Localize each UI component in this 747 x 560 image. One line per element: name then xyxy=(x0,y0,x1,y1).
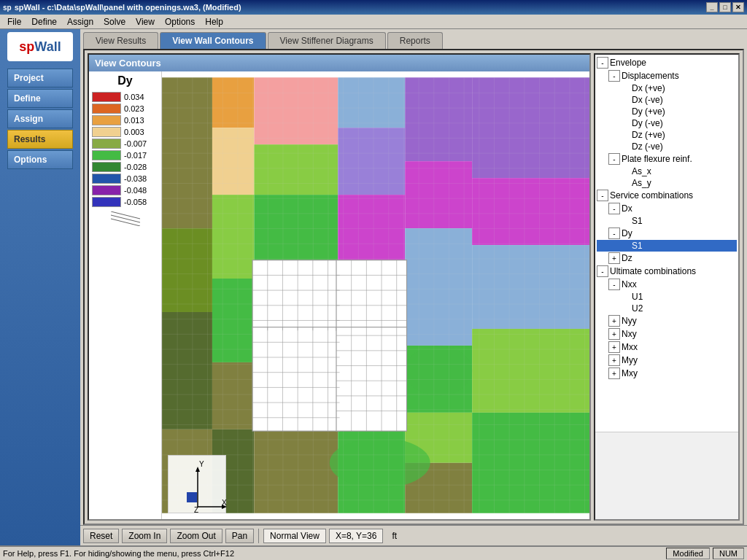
legend-color-swatch xyxy=(92,185,121,195)
tree-item-mxy[interactable]: + Mxy xyxy=(597,367,737,380)
contour-section: View Contours Dy 0.034 0.023 0.013 0.003 xyxy=(88,53,591,521)
svg-rect-93 xyxy=(187,492,197,502)
statusbar-help-text: For Help, press F1. For hiding/showing t… xyxy=(3,549,663,558)
tree-item-dz[interactable]: + Dz xyxy=(597,252,737,265)
zoom-in-button[interactable]: Zoom In xyxy=(122,529,167,543)
tree-item-label: U1 xyxy=(632,292,643,302)
sidebar-item-assign[interactable]: Assign xyxy=(7,109,73,128)
menu-file[interactable]: File xyxy=(3,15,26,28)
tree-expander[interactable]: - xyxy=(608,70,620,82)
tree-item-dy-neg[interactable]: Dy (-ve) xyxy=(597,117,737,129)
tab-view-stiffener-diagrams[interactable]: View Stiffener Diagrams xyxy=(268,32,386,49)
tree-expander[interactable]: + xyxy=(608,368,620,379)
tab-reports[interactable]: Reports xyxy=(387,32,443,49)
tree-item-dy[interactable]: - Dy xyxy=(597,227,737,240)
tree-item-label: As_x xyxy=(632,166,651,176)
tree-expander[interactable]: + xyxy=(608,252,620,264)
normal-view-label: Normal View xyxy=(263,529,326,543)
tree-item-s1-dy[interactable]: S1 xyxy=(597,240,737,252)
tree-item-as-x[interactable]: As_x xyxy=(597,166,737,177)
legend-color-swatch xyxy=(92,127,121,137)
tree-item-plate-flexure[interactable]: - Plate flexure reinf. xyxy=(597,152,737,166)
statusbar-modified: Modified xyxy=(666,548,710,559)
tree-expander[interactable]: - xyxy=(608,228,620,239)
tree-item-label: Dx xyxy=(622,203,632,214)
sidebar-item-results[interactable]: Results xyxy=(7,130,73,149)
legend-value: -0.017 xyxy=(124,151,153,160)
viz-area[interactable]: Y X Z xyxy=(162,71,589,519)
titlebar-title: spWall - c:\Data\spWall\panel with openi… xyxy=(15,3,241,12)
tree-item-displacements[interactable]: - Displacements xyxy=(597,69,737,82)
tree-item-dz-neg[interactable]: Dz (-ve) xyxy=(597,141,737,152)
minimize-button[interactable]: _ xyxy=(706,2,718,12)
tree-item-u2[interactable]: U2 xyxy=(597,303,737,314)
tree-item-service-combinations[interactable]: - Service combinations xyxy=(597,189,737,202)
tree-item-myy[interactable]: + Myy xyxy=(597,354,737,367)
legend-value: -0.007 xyxy=(124,139,153,148)
pan-button[interactable]: Pan xyxy=(225,529,254,543)
sidebar-item-define[interactable]: Define xyxy=(7,89,73,108)
tree-expander[interactable]: - xyxy=(597,57,608,69)
sidebar-item-project[interactable]: Project xyxy=(7,69,73,88)
menu-view[interactable]: View xyxy=(131,15,159,28)
menu-solve[interactable]: Solve xyxy=(99,15,130,28)
menu-define[interactable]: Define xyxy=(27,15,61,28)
tree-item-s1-dx[interactable]: S1 xyxy=(597,215,737,227)
legend-value: -0.028 xyxy=(124,163,153,171)
tree-expander[interactable]: + xyxy=(608,315,620,327)
tree-item-dy-pos[interactable]: Dy (+ve) xyxy=(597,106,737,117)
tree-item-dx-neg[interactable]: Dx (-ve) xyxy=(597,94,737,106)
tree-item-ultimate-combinations[interactable]: - Ultimate combinations xyxy=(597,265,737,278)
tree-item-mxx[interactable]: + Mxx xyxy=(597,341,737,354)
tree-item-dx-pos[interactable]: Dx (+ve) xyxy=(597,82,737,94)
tree-item-label: Service combinations xyxy=(610,190,693,201)
tree-expander[interactable]: + xyxy=(608,354,620,366)
units-display: ft xyxy=(386,529,403,542)
tree-item-dz-pos[interactable]: Dz (+ve) xyxy=(597,129,737,141)
tree-item-label: Mxy xyxy=(622,368,638,378)
reset-button[interactable]: Reset xyxy=(83,529,119,543)
tab-view-wall-contours[interactable]: View Wall Contours xyxy=(160,32,266,49)
coord-indicator: Y X Z xyxy=(168,455,226,513)
tree-item-as-y[interactable]: As_y xyxy=(597,177,737,189)
zoom-out-button[interactable]: Zoom Out xyxy=(170,529,222,543)
menu-assign[interactable]: Assign xyxy=(63,15,98,28)
menu-help[interactable]: Help xyxy=(201,15,228,28)
tree-item-envelope[interactable]: - Envelope xyxy=(597,56,737,69)
tree-item-label: S1 xyxy=(632,241,643,251)
sidebar-item-options[interactable]: Options xyxy=(7,150,73,169)
main-container: spWall Project Define Assign Results Opt… xyxy=(0,29,747,545)
tree-expander[interactable]: - xyxy=(608,203,620,214)
titlebar-left: sp spWall - c:\Data\spWall\panel with op… xyxy=(3,3,241,12)
tree-expander[interactable]: + xyxy=(608,341,620,353)
titlebar-controls[interactable]: _ □ ✕ xyxy=(706,2,744,12)
menu-options[interactable]: Options xyxy=(160,15,199,28)
tree-expander[interactable]: - xyxy=(597,190,608,201)
legend-color-swatch xyxy=(92,115,121,125)
tree-item-nxy[interactable]: + Nxy xyxy=(597,327,737,341)
svg-text:Y: Y xyxy=(199,460,204,468)
tree-expander[interactable]: - xyxy=(608,279,620,290)
tree-item-label: Ultimate combinations xyxy=(610,266,696,276)
tree-item-label: Dy xyxy=(622,228,632,238)
tree-item-dx[interactable]: - Dx xyxy=(597,202,737,215)
tree-item-nyy[interactable]: + Nyy xyxy=(597,314,737,327)
tree-scroll[interactable]: - Envelope - Displacements Dx (+ve) Dx (… xyxy=(595,55,738,432)
legend-item: -0.028 xyxy=(92,162,158,172)
tree-expander[interactable]: - xyxy=(608,153,620,165)
tree-item-label: Nyy xyxy=(622,316,637,326)
close-button[interactable]: ✕ xyxy=(732,2,744,12)
maximize-button[interactable]: □ xyxy=(719,2,731,12)
tree-item-label: Dx (+ve) xyxy=(632,83,665,93)
tree-expander[interactable]: + xyxy=(608,328,620,340)
tab-view-results[interactable]: View Results xyxy=(83,32,158,49)
legend-item: -0.048 xyxy=(92,185,158,195)
tree-item-label: Mxx xyxy=(622,342,638,352)
tree-expander[interactable]: - xyxy=(597,265,608,277)
svg-rect-48 xyxy=(252,260,339,331)
tree-item-nxx[interactable]: - Nxx xyxy=(597,278,737,291)
tree-item-u1[interactable]: U1 xyxy=(597,291,737,303)
contour-content: Dy 0.034 0.023 0.013 0.003 -0.007 -0.017… xyxy=(89,71,589,519)
svg-line-1 xyxy=(111,219,140,226)
tree-item-label: Nxx xyxy=(622,279,637,289)
